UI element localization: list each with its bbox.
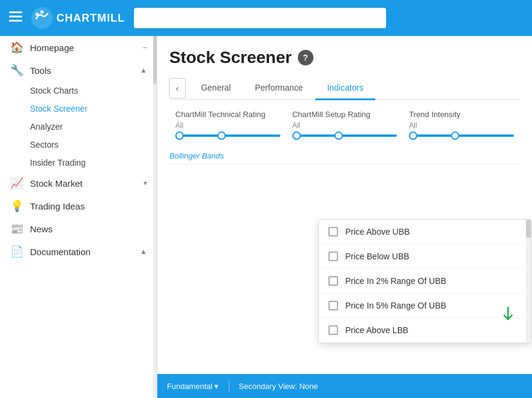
bollinger-bands-label: Bollinger Bands [169,151,520,164]
sidebar-item-news[interactable]: 📰 News [0,217,157,240]
dropdown-label-price-in-2pct-ubb: Price In 2% Range Of UBB [345,276,446,286]
checkbox-price-in-2pct-ubb[interactable] [328,276,338,286]
help-icon[interactable]: ? [298,50,313,65]
tab-performance[interactable]: Performance [243,77,315,100]
trading-ideas-icon: 💡 [10,199,24,213]
logo-text: CHARTMILL [56,12,125,25]
navbar: CHARTMILL [0,0,532,36]
checkbox-price-below-ubb[interactable] [328,252,338,261]
sidebar-item-trading-ideas[interactable]: 💡 Trading Ideas [0,194,157,217]
indicator-setup-rating-value: All [292,121,397,130]
indicator-setup-rating: ChartMill Setup Rating All [286,110,404,139]
page-title: Stock Screener [169,48,292,67]
technical-rating-slider[interactable] [175,134,280,137]
stock-market-arrow: ▾ [144,179,147,187]
tools-icon: 🔧 [10,64,24,77]
sidebar-stock-market-label: Stock Market [30,178,138,188]
trend-intensity-slider[interactable] [409,134,514,137]
documentation-icon: 📄 [10,245,24,258]
sidebar-item-analyzer[interactable]: Analyzer [0,118,157,136]
sidebar-item-stock-screener[interactable]: Stock Screener [0,100,157,118]
dropdown-item-price-above-ubb[interactable]: Price Above UBB [319,220,531,244]
sidebar-documentation-label: Documentation [30,247,134,257]
tabs-container: ‹ General Performance Indicators [169,77,520,100]
homepage-arrow: – [143,43,147,52]
tools-submenu: Stock Charts Stock Screener Analyzer Sec… [0,82,157,172]
indicator-trend-intensity-label: Trend Intensity [409,110,514,119]
indicators-row: ChartMill Technical Rating All ChartMill… [169,110,520,139]
setup-rating-slider[interactable] [292,134,397,137]
tab-general[interactable]: General [189,77,243,100]
page-title-area: Stock Screener ? [169,48,520,67]
tools-arrow: ▲ [140,66,147,74]
dropdown-item-price-below-ubb[interactable]: Price Below UBB [319,244,531,269]
svg-rect-2 [9,20,22,22]
dropdown-label-price-above-lbb: Price Above LBB [345,325,408,335]
svg-rect-1 [9,16,22,17]
news-icon: 📰 [10,222,24,235]
bottom-bar-divider [229,380,229,392]
bottom-bar: Fundamental ▾ Secondary View: None [157,374,532,398]
checkbox-price-above-lbb[interactable] [328,325,338,335]
dropdown-label-price-in-5pct-ubb: Price In 5% Range Of UBB [345,301,446,310]
fundamental-button[interactable]: Fundamental ▾ [167,382,219,391]
documentation-arrow: ▲ [140,247,147,256]
sidebar-item-stock-market[interactable]: 📈 Stock Market ▾ [0,172,157,194]
stock-market-icon: 📈 [10,176,24,190]
logo[interactable]: CHARTMILL [31,7,125,29]
svg-rect-0 [9,11,22,13]
sidebar-homepage-label: Homepage [30,43,137,53]
dropdown-item-price-above-lbb[interactable]: Price Above LBB [319,318,531,343]
sidebar-trading-ideas-label: Trading Ideas [30,201,147,211]
dropdown-item-price-in-2pct-ubb[interactable]: Price In 2% Range Of UBB [319,269,531,294]
indicator-technical-rating-label: ChartMill Technical Rating [175,110,280,119]
indicator-setup-rating-label: ChartMill Setup Rating [292,110,397,119]
checkbox-price-in-5pct-ubb[interactable] [328,301,338,310]
sidebar-news-label: News [30,224,147,234]
sidebar-item-tools[interactable]: 🔧 Tools ▲ [0,59,157,82]
sidebar-item-sectors[interactable]: Sectors [0,136,157,154]
main-content: Stock Screener ? ‹ General Performance I… [157,36,532,398]
tab-indicators[interactable]: Indicators [315,77,376,100]
dropdown-label-price-above-ubb: Price Above UBB [345,227,410,237]
svg-point-5 [40,10,44,14]
sidebar-tools-label: Tools [30,65,134,76]
sidebar: 🏠 Homepage – 🔧 Tools ▲ Stock Charts Stoc… [0,36,157,398]
sidebar-item-insider-trading[interactable]: Insider Trading [0,154,157,172]
sidebar-item-homepage[interactable]: 🏠 Homepage – [0,36,157,59]
sidebar-item-stock-charts[interactable]: Stock Charts [0,82,157,100]
indicator-technical-rating: ChartMill Technical Rating All [169,110,286,139]
dropdown-label-price-below-ubb: Price Below UBB [345,252,410,261]
search-input[interactable] [134,8,386,28]
svg-point-4 [35,13,39,16]
secondary-view-button[interactable]: Secondary View: None [239,382,318,391]
tab-prev-button[interactable]: ‹ [169,78,186,98]
home-icon: 🏠 [10,41,24,54]
bollinger-dropdown: Price Above UBB Price Below UBB Price In… [318,219,531,343]
indicator-technical-rating-value: All [175,121,280,130]
checkbox-price-above-ubb[interactable] [328,227,338,237]
menu-icon[interactable] [9,11,22,25]
indicator-trend-intensity-value: All [409,121,514,130]
indicator-trend-intensity: Trend Intensity All [403,110,520,139]
sidebar-item-documentation[interactable]: 📄 Documentation ▲ [0,240,157,263]
